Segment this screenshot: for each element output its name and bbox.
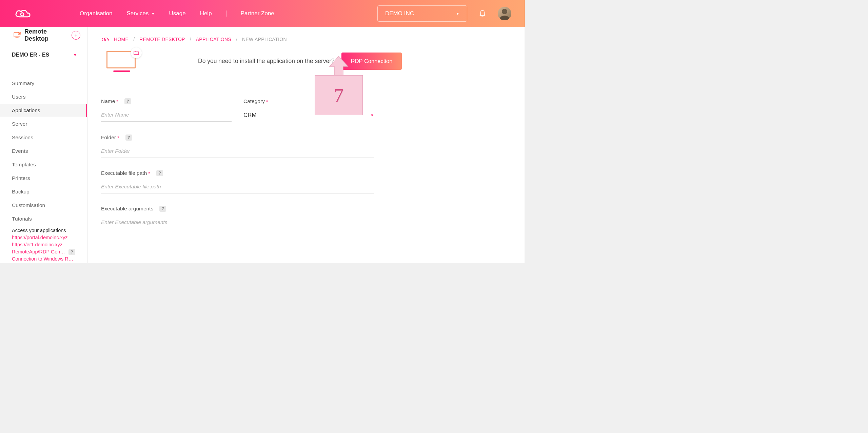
sidebar-title: Remote Desktop xyxy=(24,28,68,42)
rdp-connection-button[interactable]: RDP Connection xyxy=(341,53,402,70)
field-label: Executable arguments xyxy=(101,206,153,212)
nav-organisation[interactable]: Organisation xyxy=(80,10,112,17)
org-selector[interactable]: DEMO INC ▼ xyxy=(377,5,467,22)
breadcrumb-separator: / xyxy=(133,37,135,42)
sidebar-menu: Summary Users Applications Server Sessio… xyxy=(0,77,87,226)
category-value: CRM xyxy=(243,112,257,119)
add-button[interactable]: + xyxy=(72,31,80,40)
sidebar-item-sessions[interactable]: Sessions xyxy=(0,131,87,144)
help-icon[interactable]: ? xyxy=(159,206,166,212)
sidebar-header: Remote Desktop + xyxy=(0,27,87,42)
tutorial-callout: 7 xyxy=(315,75,363,115)
nav-separator xyxy=(226,11,226,17)
sidebar-item-templates[interactable]: Templates xyxy=(0,158,87,171)
sidebar-footer: Access your applications https://portal.… xyxy=(0,226,87,263)
breadcrumb-separator: / xyxy=(236,37,237,42)
sidebar-item-server[interactable]: Server xyxy=(0,117,87,131)
chevron-down-icon: ▼ xyxy=(152,12,155,16)
svg-point-4 xyxy=(104,39,106,41)
required-indicator: * xyxy=(148,170,150,176)
application-form: Name * ? Category * CRM ▼ Folder xyxy=(101,98,511,229)
install-prompt: Do you need to install the application o… xyxy=(198,58,335,65)
org-selector-value: DEMO INC xyxy=(385,10,414,17)
field-label: Executable file path xyxy=(101,170,147,176)
sidebar-link-er1[interactable]: https://er1.demoinc.xyz xyxy=(12,241,75,248)
field-label: Folder xyxy=(101,135,116,141)
sidebar-item-summary[interactable]: Summary xyxy=(0,77,87,90)
avatar[interactable] xyxy=(498,7,511,20)
sidebar-link-windows-remote[interactable]: Connection to Windows Rem… xyxy=(12,255,75,263)
sidebar-item-users[interactable]: Users xyxy=(0,90,87,104)
nav-partner-zone[interactable]: Partner Zone xyxy=(241,10,274,17)
field-executable-path: Executable file path * ? xyxy=(101,170,374,193)
cloud-icon xyxy=(101,37,109,42)
arrow-up-icon xyxy=(328,56,349,77)
breadcrumb-applications[interactable]: APPLICATIONS xyxy=(196,37,231,42)
logo-icon xyxy=(14,8,32,20)
application-icon xyxy=(106,51,137,71)
hero-row: Do you need to install the application o… xyxy=(101,51,511,71)
help-icon[interactable]: ? xyxy=(68,249,75,255)
breadcrumb-current: NEW APPLICATION xyxy=(242,37,287,42)
nav-usage[interactable]: Usage xyxy=(169,10,185,17)
sidebar-item-customisation[interactable]: Customisation xyxy=(0,199,87,212)
help-icon[interactable]: ? xyxy=(156,170,163,176)
field-folder: Folder * ? xyxy=(101,135,374,158)
tutorial-step-number: 7 xyxy=(334,84,344,107)
nav-label: Usage xyxy=(169,10,185,17)
sidebar-item-tutorials[interactable]: Tutorials xyxy=(0,212,87,226)
help-icon[interactable]: ? xyxy=(124,98,131,104)
required-indicator: * xyxy=(266,99,268,104)
chevron-down-icon: ▼ xyxy=(73,53,77,57)
executable-path-input[interactable] xyxy=(101,182,374,193)
help-icon[interactable]: ? xyxy=(125,135,132,141)
chevron-down-icon: ▼ xyxy=(456,12,459,16)
breadcrumb-remote-desktop[interactable]: REMOTE DESKTOP xyxy=(139,37,185,42)
app-header: Organisation Services ▼ Usage Help Partn… xyxy=(0,0,525,27)
sidebar-link-rdp-generator[interactable]: RemoteApp/RDP Generator xyxy=(12,248,65,255)
breadcrumb-home[interactable]: HOME xyxy=(114,37,129,42)
folder-badge-icon xyxy=(131,47,142,58)
field-label: Name xyxy=(101,98,115,104)
breadcrumb-separator: / xyxy=(190,37,191,42)
sidebar-item-backup[interactable]: Backup xyxy=(0,185,87,199)
sidebar-link-portal[interactable]: https://portal.demoinc.xyz xyxy=(12,234,75,241)
sidebar-item-events[interactable]: Events xyxy=(0,144,87,158)
sidebar-item-printers[interactable]: Printers xyxy=(0,171,87,185)
nav-services[interactable]: Services ▼ xyxy=(126,10,155,17)
field-executable-arguments: Executable arguments ? xyxy=(101,206,374,229)
breadcrumb: HOME / REMOTE DESKTOP / APPLICATIONS / N… xyxy=(101,37,511,42)
nav-label: Partner Zone xyxy=(241,10,274,17)
main-nav: Organisation Services ▼ Usage Help Partn… xyxy=(80,10,274,17)
chevron-down-icon: ▼ xyxy=(370,113,374,117)
environment-selector[interactable]: DEMO ER - ES ▼ xyxy=(12,52,77,63)
required-indicator: * xyxy=(116,99,118,104)
nav-help[interactable]: Help xyxy=(200,10,212,17)
bell-icon[interactable] xyxy=(479,10,486,17)
nav-label: Services xyxy=(126,10,149,17)
sidebar-footer-title: Access your applications xyxy=(12,228,75,233)
nav-label: Organisation xyxy=(80,10,112,17)
sidebar: Remote Desktop + DEMO ER - ES ▼ Summary … xyxy=(0,27,87,263)
header-right: DEMO INC ▼ xyxy=(377,5,511,22)
executable-arguments-input[interactable] xyxy=(101,217,374,229)
remote-desktop-icon xyxy=(14,32,21,38)
svg-point-0 xyxy=(21,13,24,16)
sidebar-item-applications[interactable]: Applications xyxy=(0,104,87,117)
nav-label: Help xyxy=(200,10,212,17)
main-content: HOME / REMOTE DESKTOP / APPLICATIONS / N… xyxy=(87,27,525,263)
environment-selector-value: DEMO ER - ES xyxy=(12,52,49,58)
field-name: Name * ? xyxy=(101,98,232,122)
hero-prompt-row: Do you need to install the application o… xyxy=(198,53,402,70)
field-label: Category xyxy=(243,98,265,104)
required-indicator: * xyxy=(117,135,119,141)
name-input[interactable] xyxy=(101,110,232,122)
folder-input[interactable] xyxy=(101,146,374,158)
